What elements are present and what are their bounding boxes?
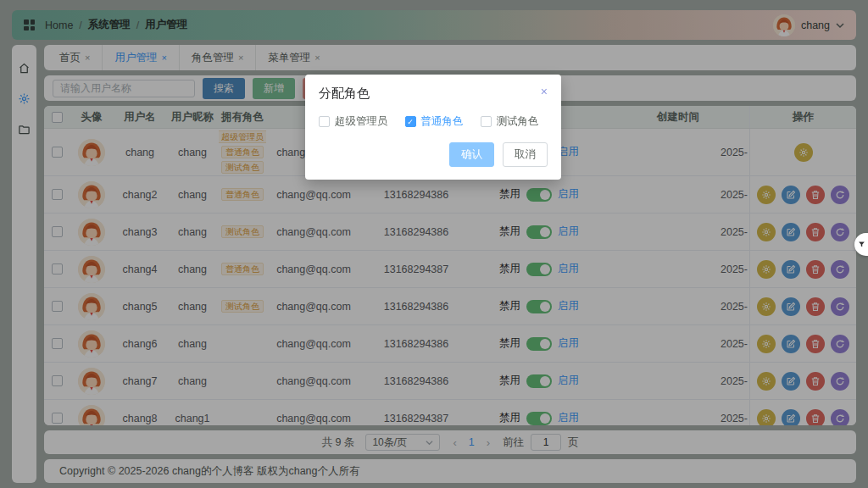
close-icon[interactable]: × [541,86,548,97]
role-checkbox-option[interactable]: 超级管理员 [319,114,388,129]
modal-backdrop[interactable] [0,0,868,488]
cancel-button[interactable]: 取消 [503,142,548,167]
confirm-button[interactable]: 确认 [449,142,494,167]
role-option-label: 普通角色 [421,114,464,129]
role-checkbox-option[interactable]: ✓ 普通角色 [405,114,464,129]
role-options: 超级管理员✓ 普通角色 测试角色 [319,114,548,129]
checkbox-icon[interactable] [319,116,330,127]
role-option-label: 超级管理员 [335,114,388,129]
checkbox-icon[interactable] [481,116,492,127]
filter-icon [858,241,865,248]
assign-role-dialog: 分配角色 × 超级管理员✓ 普通角色 测试角色 确认 取消 [305,75,561,180]
role-option-label: 测试角色 [497,114,539,129]
dialog-title: 分配角色 [319,86,370,102]
checkbox-icon[interactable]: ✓ [405,116,416,127]
role-checkbox-option[interactable]: 测试角色 [481,114,539,129]
